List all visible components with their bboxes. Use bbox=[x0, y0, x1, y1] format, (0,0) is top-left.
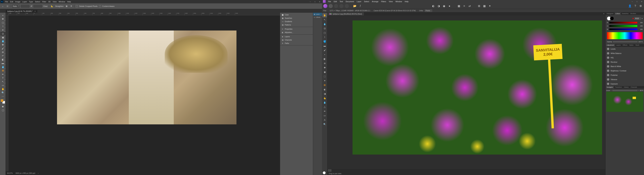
menu-text[interactable]: Text bbox=[338, 0, 344, 2]
r-slider[interactable] bbox=[609, 22, 637, 24]
tab-stock[interactable]: Stock bbox=[634, 44, 640, 46]
assist-icon[interactable]: ✦ bbox=[487, 4, 492, 8]
menu-select[interactable]: Select bbox=[363, 0, 371, 2]
content-aware-checkbox[interactable] bbox=[99, 5, 101, 7]
maximize-button[interactable]: □ bbox=[312, 0, 317, 3]
pen-tool[interactable]: ✒ bbox=[322, 109, 327, 113]
navigator-preview[interactable] bbox=[606, 92, 643, 112]
prefs-icon[interactable]: ⚙ bbox=[638, 4, 643, 8]
tab-layers[interactable]: Layers bbox=[615, 44, 622, 46]
menu-window[interactable]: Window bbox=[58, 1, 66, 3]
sponge-tool[interactable]: ◑ bbox=[322, 92, 327, 96]
adj-hsl[interactable]: HSL bbox=[606, 56, 644, 60]
menu-layer[interactable]: Layer bbox=[21, 1, 28, 3]
move-tool[interactable]: ✥ bbox=[0, 17, 5, 21]
b-slider[interactable] bbox=[609, 28, 637, 30]
selection-tool[interactable]: ▢ bbox=[322, 30, 327, 35]
clear-button[interactable]: Clear bbox=[43, 5, 48, 7]
straighten-icon[interactable]: 📐 bbox=[50, 4, 54, 8]
dodge-tool[interactable]: 🔅 bbox=[0, 69, 5, 72]
foreground-color[interactable] bbox=[1, 99, 3, 102]
zoom-slider[interactable] bbox=[612, 90, 638, 91]
menu-help[interactable]: Help bbox=[66, 1, 72, 3]
menu-window[interactable]: Window bbox=[394, 0, 403, 2]
wand-tool[interactable]: ✦ bbox=[0, 28, 5, 32]
flood-tool[interactable]: 🪣 bbox=[322, 39, 327, 44]
panel-adjustments[interactable]: ◐Adjustme... bbox=[280, 31, 313, 34]
menu-layer[interactable]: Layer bbox=[355, 0, 363, 2]
adj-recolour[interactable]: Recolour bbox=[606, 60, 644, 64]
brush-tool[interactable]: 🖌 bbox=[322, 48, 327, 52]
frame-tool[interactable]: ▣ bbox=[0, 36, 5, 39]
tab-channels[interactable]: Channels bbox=[630, 86, 638, 89]
adj-wb[interactable]: White Balance bbox=[606, 51, 644, 56]
document-tab[interactable]: ljubljana-3.jpg [Modified] (98.6%) [New] bbox=[327, 12, 364, 16]
ratio-dropdown[interactable]: Ratio bbox=[12, 5, 20, 8]
history-brush-tool[interactable]: ↶ bbox=[0, 54, 5, 58]
tab-swatches[interactable]: Swatches bbox=[621, 12, 630, 15]
blur-tool[interactable]: 💧 bbox=[0, 65, 5, 69]
menu-file[interactable]: File bbox=[4, 1, 9, 3]
color-swatches[interactable] bbox=[0, 99, 5, 104]
ratio-w-input[interactable] bbox=[21, 5, 29, 8]
shape-tool[interactable]: ▭ bbox=[322, 113, 327, 118]
tab-histogram[interactable]: Histogram bbox=[606, 12, 614, 15]
tonemap-persona[interactable] bbox=[340, 4, 344, 8]
account-icon[interactable]: 👤 bbox=[628, 4, 632, 8]
share-icon[interactable]: ⤴ bbox=[358, 4, 362, 8]
tab-styles[interactable]: Styles bbox=[628, 44, 634, 46]
photo-persona[interactable] bbox=[323, 4, 327, 8]
type-tool[interactable]: T bbox=[0, 76, 5, 80]
move-tool[interactable]: ↖ bbox=[322, 18, 327, 22]
dodge-tool[interactable]: 🔅 bbox=[322, 83, 327, 87]
menu-file[interactable]: File bbox=[327, 0, 332, 2]
eyedropper-tool[interactable]: 💧 bbox=[0, 39, 5, 43]
freehand-tool[interactable]: ⌇ bbox=[322, 35, 327, 39]
libraries-tab[interactable]: ▭Librari... bbox=[313, 16, 322, 19]
canvas-viewport[interactable]: SANVITALIJA 2,00€ bbox=[327, 16, 606, 169]
panel-swatches[interactable]: ▦Swatches bbox=[280, 16, 313, 20]
tab-adjustment[interactable]: Adjustment bbox=[606, 44, 615, 46]
gradient-tool[interactable]: ▬ bbox=[0, 61, 5, 65]
delete-cropped-checkbox[interactable] bbox=[76, 5, 78, 7]
panel-color[interactable]: ⬤Color bbox=[280, 13, 313, 16]
units-dropdown[interactable]: Pixels bbox=[425, 10, 432, 12]
zoom-tool[interactable]: 🔍 bbox=[0, 91, 5, 94]
tab-brushes[interactable]: Brushes bbox=[630, 12, 637, 15]
text-tool[interactable]: A bbox=[322, 118, 327, 122]
screenmode-icon[interactable]: ▢ bbox=[0, 108, 5, 112]
inpaint-tool[interactable]: ✦ bbox=[322, 78, 327, 83]
canvas-viewport[interactable] bbox=[8, 16, 280, 171]
patch-tool[interactable]: ⬚ bbox=[322, 74, 327, 78]
tab-history[interactable]: History bbox=[623, 86, 630, 89]
menu-document[interactable]: Document bbox=[344, 0, 355, 2]
swap-icon[interactable]: ⇄ bbox=[31, 5, 32, 7]
quickmask-icon[interactable]: ◙ bbox=[0, 104, 5, 108]
more-tools[interactable]: ⋯ bbox=[0, 94, 5, 98]
autolevels-icon[interactable]: ◐ bbox=[431, 4, 436, 8]
menu-filter[interactable]: Filter bbox=[41, 1, 47, 3]
fg-color-swatch[interactable] bbox=[323, 171, 326, 174]
lasso-tool[interactable]: ⌇ bbox=[0, 24, 5, 28]
align-icon[interactable]: ≡ bbox=[462, 4, 466, 8]
menu-filters[interactable]: Filters bbox=[380, 0, 388, 2]
zoom-in-icon[interactable]: + bbox=[638, 90, 639, 91]
close-button[interactable]: ✕ bbox=[639, 0, 644, 3]
tab-transform[interactable]: Transform bbox=[614, 86, 623, 89]
chevron-right-icon[interactable]: › bbox=[38, 172, 38, 174]
open-icon[interactable]: 📂 bbox=[352, 4, 357, 8]
colorpicker-tool[interactable]: 💧 bbox=[322, 22, 327, 26]
panel-patterns[interactable]: ▨Patterns bbox=[280, 23, 313, 26]
develop-persona[interactable] bbox=[334, 4, 338, 8]
liquify-persona[interactable] bbox=[329, 4, 333, 8]
hand-tool[interactable]: ✋ bbox=[0, 87, 5, 91]
heal-tool[interactable]: ✚ bbox=[322, 65, 327, 70]
grid-icon[interactable]: ▦ bbox=[65, 4, 68, 8]
gradient-tool[interactable]: ▬ bbox=[322, 44, 327, 48]
adj-levels[interactable]: Levels bbox=[606, 47, 644, 51]
menu-help[interactable]: Help bbox=[403, 0, 410, 2]
crop-icon[interactable]: ⊡ bbox=[6, 4, 9, 8]
zoom-tool[interactable]: 🔍 bbox=[322, 122, 327, 126]
export-persona[interactable] bbox=[345, 4, 349, 8]
autocontrast-icon[interactable]: ◑ bbox=[436, 4, 441, 8]
